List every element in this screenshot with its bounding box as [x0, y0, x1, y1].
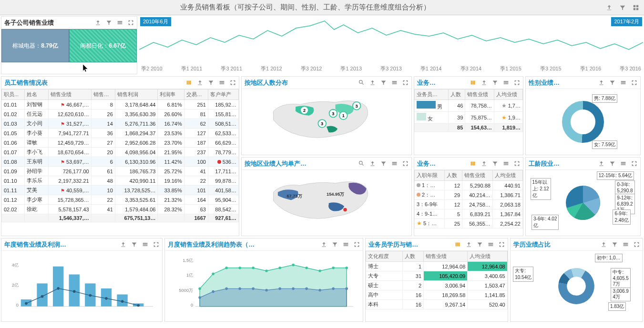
monthly-chart[interactable]: 1.5亿 1亿 5000万 0: [165, 251, 363, 318]
export-icon[interactable]: [369, 160, 376, 167]
export-icon[interactable]: [466, 241, 472, 248]
col-header[interactable]: 人均业绩: [494, 89, 523, 100]
settings-icon[interactable]: [391, 80, 398, 86]
fullscreen-icon[interactable]: [354, 241, 360, 248]
col-header[interactable]: 人均业绩: [492, 170, 522, 181]
filter-icon[interactable]: [477, 241, 483, 248]
search-icon[interactable]: [358, 160, 365, 167]
export-icon[interactable]: [369, 80, 376, 86]
table-row[interactable]: 本科169,267.14520.40: [366, 300, 507, 309]
col-header[interactable]: 人数: [445, 170, 462, 181]
fullscreen-icon[interactable]: [514, 80, 520, 86]
annual-chart[interactable]: 4亿 2亿 0: [1, 251, 162, 318]
filter-icon[interactable]: [609, 160, 615, 167]
col-header[interactable]: 职员...: [2, 89, 25, 100]
table-row[interactable]: 01.02任元远12,620,610…263,356,630.3926.60%8…: [2, 109, 239, 119]
edu-donut-chart[interactable]: 初中: 1,0…中专: 4,605.5 7万3,006.9 4万1.83亿大专:…: [511, 251, 643, 321]
export-icon[interactable]: [197, 80, 203, 86]
fullscreen-icon[interactable]: [499, 241, 505, 248]
col-header[interactable]: 销售…: [91, 89, 115, 100]
export-icon[interactable]: [606, 4, 613, 11]
treemap-block[interactable]: 闽都日化：6.67亿: [69, 29, 137, 62]
table-row[interactable]: 男4678,758…★ 1,7…: [415, 100, 523, 112]
treemap-block[interactable]: 榕城电器：8.79亿: [1, 29, 69, 62]
tenure-table[interactable]: 入职年限人数销售业绩人均业绩 1：…125,290.88440.91 2：…29…: [414, 170, 523, 229]
col-header[interactable]: 销售业绩: [462, 170, 493, 181]
settings-icon[interactable]: [620, 160, 626, 167]
sex-donut-chart[interactable]: 男: 7.88亿女: 7.59亿: [526, 89, 640, 155]
settings-icon[interactable]: [142, 241, 148, 248]
col-header[interactable]: 销售利润: [115, 89, 158, 100]
grid-icon[interactable]: [633, 4, 639, 11]
table-row[interactable]: 01.09孙绍学726,177.0061186,765.7325.72%4117…: [2, 167, 239, 176]
table-row[interactable]: 1：…125,290.88440.91: [415, 181, 523, 190]
filter-icon[interactable]: [131, 241, 137, 248]
fullscreen-icon[interactable]: [153, 241, 159, 248]
settings-icon[interactable]: [503, 80, 509, 86]
filter-icon[interactable]: [380, 160, 387, 167]
table-row[interactable]: 3：6-9年1224,758…2,063.18: [415, 200, 523, 209]
export-icon[interactable]: [598, 80, 604, 86]
col-header[interactable]: 交易…: [184, 89, 208, 100]
settings-icon[interactable]: [620, 80, 626, 86]
settings-icon[interactable]: [623, 241, 629, 248]
table-row[interactable]: 01.10李乐乐2,197,332.2148420,990.1119.16%22…: [2, 176, 239, 186]
settings-icon[interactable]: [117, 20, 123, 26]
filter-icon[interactable]: [612, 241, 618, 248]
filter-icon[interactable]: [380, 80, 387, 86]
col-header[interactable]: 文化程度: [366, 251, 402, 262]
table-row[interactable]: 博士112,964.0812,964.08: [366, 262, 507, 271]
fullscreen-icon[interactable]: [128, 20, 134, 26]
table-row[interactable]: ★ 5：…2556,355…2,254.22: [415, 219, 523, 229]
fullscreen-icon[interactable]: [402, 160, 409, 167]
treemap-body[interactable]: 榕城电器：8.79亿 闽都日化：6.67亿: [1, 29, 137, 62]
table-row[interactable]: 02.02徐屹5,578,157.43411,579,484.0628.32%6…: [2, 205, 239, 214]
col-header[interactable]: 人均业绩: [468, 251, 507, 262]
region-count-map[interactable]: 2 3 1 3 3: [242, 89, 411, 155]
settings-icon[interactable]: [343, 241, 349, 248]
table-row[interactable]: 01.03文小同⚑ 31,527,…145,276,711.3616.74%62…: [2, 119, 239, 129]
col-header[interactable]: 姓名: [24, 89, 48, 100]
search-icon[interactable]: [358, 80, 365, 86]
fullscreen-icon[interactable]: [230, 80, 236, 86]
table-row[interactable]: 01.07李小飞18,670,654…204,098,956.0421.95%2…: [2, 148, 239, 157]
col-header[interactable]: 人数: [449, 89, 465, 100]
employee-table[interactable]: 职员...姓名销售业绩销售…销售利润利润率交易…客户单产 01.01刘智钢⚑ 4…: [1, 89, 239, 222]
col-header[interactable]: 人数: [402, 251, 424, 262]
fullscreen-icon[interactable]: [514, 160, 520, 167]
filter-icon[interactable]: [609, 80, 615, 86]
settings-icon[interactable]: [219, 80, 225, 86]
table-row[interactable]: 2：…2940,214…1,386.71: [415, 190, 523, 200]
table-row[interactable]: 女3975,875…★ 1,9…: [415, 112, 523, 124]
edu-table[interactable]: 文化程度人数销售业绩人均业绩 博士112,964.0812,964.08大专31…: [366, 251, 507, 309]
export-icon[interactable]: [95, 20, 101, 26]
table-row[interactable]: 4：9-1…56,839.211,367.84: [415, 209, 523, 219]
table-row[interactable]: 硕士23,006.941,503.47: [366, 281, 507, 290]
filter-icon[interactable]: [619, 4, 626, 11]
settings-icon[interactable]: [488, 241, 494, 248]
export-icon[interactable]: [601, 241, 607, 248]
table-row[interactable]: 01.12李少寒15,728,365…223,353,525.6121.32%1…: [2, 195, 239, 205]
columns-icon[interactable]: [186, 80, 192, 86]
timeline-chart[interactable]: [139, 16, 643, 59]
export-icon[interactable]: [321, 241, 327, 248]
columns-icon[interactable]: [470, 160, 476, 167]
sex-table[interactable]: 业务员…人数销售业绩人均业绩 男4678,758…★ 1,7… 女3975,87…: [414, 89, 523, 132]
filter-icon[interactable]: [332, 241, 338, 248]
fullscreen-icon[interactable]: [634, 241, 640, 248]
filter-icon[interactable]: [208, 80, 214, 86]
settings-icon[interactable]: [503, 160, 509, 167]
table-row[interactable]: 01.08王东明⚑ 53,697,…66,130,310.9611.42%100…: [2, 157, 239, 167]
columns-icon[interactable]: [470, 80, 476, 86]
col-header[interactable]: 客户单产: [208, 89, 238, 100]
table-row[interactable]: 高中1618,269.581,141.85: [366, 290, 507, 300]
export-icon[interactable]: [481, 80, 487, 86]
col-header[interactable]: 销售业绩: [49, 89, 92, 100]
col-header[interactable]: 利润率: [158, 89, 184, 100]
col-header[interactable]: 入职年限: [415, 170, 445, 181]
table-row[interactable]: 01.01刘智钢⚑ 46,667,…83,178,648.446.81%2511…: [2, 100, 239, 109]
fullscreen-icon[interactable]: [631, 80, 637, 86]
settings-icon[interactable]: [391, 160, 398, 167]
table-row[interactable]: 大专31105,420.093,400.65: [366, 271, 507, 281]
table-row[interactable]: 01.05李小葵7,941,727.71361,868,294.3723.53%…: [2, 129, 239, 138]
